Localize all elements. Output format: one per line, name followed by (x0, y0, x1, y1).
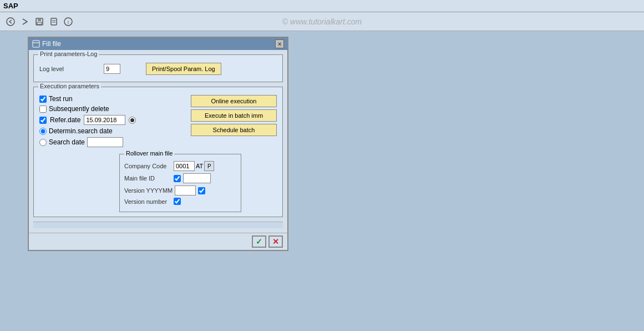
cancel-icon: ✕ (272, 237, 279, 246)
main-file-id-label: Main file ID (124, 175, 171, 182)
app-title: SAP (3, 2, 18, 10)
print-spool-button[interactable]: Print/Spool Param. Log (146, 63, 221, 75)
test-run-label: Test run (49, 95, 73, 103)
search-date-radio[interactable] (39, 139, 47, 146)
log-level-label: Log level (39, 66, 100, 72)
version-yyyymm-row: Version YYYYMM (124, 185, 236, 195)
refer-date-radio[interactable] (129, 117, 136, 124)
info-icon[interactable]: i (62, 16, 74, 28)
dialog-title: Fill file (42, 40, 61, 48)
test-run-checkbox[interactable] (39, 96, 47, 103)
dialog-icon (32, 40, 40, 48)
forward-icon[interactable] (19, 16, 31, 28)
dialog-content: Print parameters-Log Log level Print/Spo… (29, 50, 287, 233)
version-number-label: Version number (124, 198, 171, 205)
company-code-at: AT (196, 163, 203, 169)
rollover-label: Rollover main file (124, 150, 174, 157)
company-code-p-button[interactable]: P (204, 161, 214, 171)
rollover-section: Rollover main file Company Code AT (119, 154, 241, 212)
svg-rect-4 (51, 18, 57, 25)
company-code-input[interactable] (174, 161, 195, 171)
schedule-batch-button[interactable]: Schedule batch (191, 124, 277, 136)
title-bar: SAP (0, 0, 644, 12)
version-number-checkbox[interactable] (174, 198, 181, 205)
svg-text:i: i (68, 19, 69, 25)
svg-point-0 (7, 18, 14, 26)
subsequently-delete-label: Subsequently delete (49, 105, 109, 113)
execute-batch-button[interactable]: Execute in batch imm (191, 109, 277, 122)
version-yyyymm-checkbox[interactable] (198, 187, 205, 194)
dialog-footer: ✓ ✕ (29, 233, 287, 250)
print-params-section: Print parameters-Log Log level Print/Spo… (33, 54, 283, 82)
ok-icon: ✓ (256, 237, 262, 246)
back-icon[interactable] (4, 16, 17, 28)
main-file-id-field[interactable] (183, 173, 211, 183)
dialog-close-button[interactable]: ✕ (275, 39, 284, 48)
determin-search-row: Determin.search date (39, 127, 191, 135)
horizontal-scrollbar[interactable] (33, 222, 283, 228)
search-date-input[interactable] (87, 137, 123, 147)
determin-search-radio[interactable] (39, 128, 47, 135)
svg-rect-3 (37, 22, 42, 24)
company-code-row: Company Code AT P (124, 161, 236, 171)
online-execution-button[interactable]: Online execution (191, 95, 277, 107)
search-date-row: Search date (39, 137, 191, 147)
svg-rect-9 (33, 41, 39, 47)
main-area: Fill file ✕ Print parameters-Log Log lev… (0, 31, 644, 331)
print-params-label: Print parameters-Log (38, 51, 99, 57)
version-number-row: Version number (124, 198, 236, 205)
cancel-button[interactable]: ✕ (268, 235, 283, 248)
save-icon[interactable] (33, 16, 45, 28)
main-file-id-row: Main file ID (124, 173, 236, 183)
execution-params-section: Execution parameters Test run Subsequent… (33, 87, 283, 217)
version-yyyymm-label: Version YYYYMM (124, 187, 173, 194)
ok-button[interactable]: ✓ (252, 235, 266, 248)
execution-params-label: Execution parameters (38, 83, 101, 89)
dialog-titlebar: Fill file ✕ (29, 38, 287, 50)
new-icon[interactable] (48, 16, 60, 28)
subsequently-delete-row: Subsequently delete (39, 105, 191, 113)
determin-search-label: Determin.search date (49, 127, 113, 135)
fill-file-dialog: Fill file ✕ Print parameters-Log Log lev… (28, 37, 288, 251)
test-run-row: Test run (39, 95, 191, 103)
main-file-id-checkbox[interactable] (174, 175, 181, 182)
refer-date-input[interactable] (84, 115, 125, 125)
refer-date-checkbox[interactable] (39, 117, 47, 124)
refer-date-label: Refer.date (50, 116, 80, 124)
subsequently-delete-checkbox[interactable] (39, 106, 47, 113)
refer-date-row: Refer.date (39, 115, 191, 125)
watermark: © www.tutorialkart.com (282, 17, 362, 26)
company-code-label: Company Code (124, 163, 171, 169)
search-date-label: Search date (49, 138, 85, 146)
toolbar: i © www.tutorialkart.com (0, 12, 644, 31)
svg-rect-2 (38, 18, 41, 21)
log-level-row: Log level Print/Spool Param. Log (39, 63, 277, 75)
log-level-input[interactable] (104, 64, 120, 74)
